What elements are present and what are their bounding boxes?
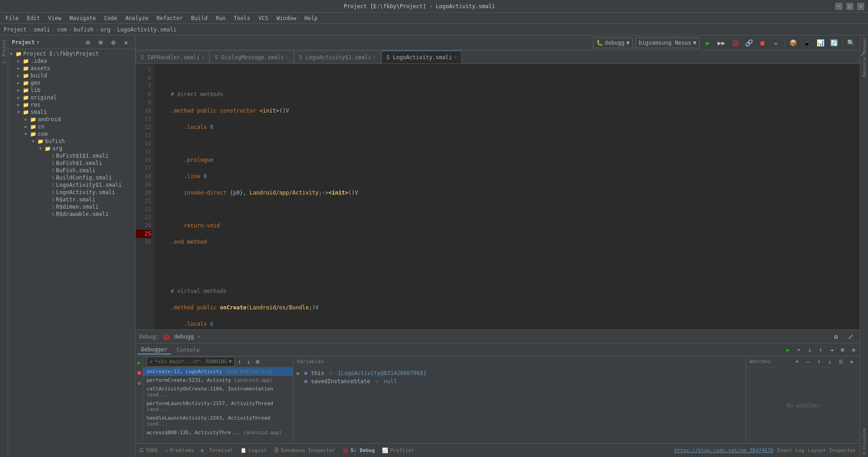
tree-item-bufish1[interactable]: S BuFish$1.smali (8, 159, 135, 167)
tab-logoactivity-close[interactable]: ✕ (454, 55, 457, 60)
tab-iaphandler[interactable]: S IAPHandler.smali ✕ (136, 51, 209, 63)
debug-stop-sidebar[interactable]: ■ (136, 368, 144, 377)
avd-manager-button[interactable]: 📱 (801, 37, 812, 48)
tree-item-bufish[interactable]: S BuFish.smali (8, 167, 135, 174)
collapse-all-button[interactable]: ⊟ (82, 37, 93, 48)
var-item-this[interactable]: ▶ ≡ this = {LogoActivity@831428087968} (293, 369, 746, 377)
debug-resume-sidebar[interactable]: ▶ (136, 358, 144, 367)
tab-logoactivity[interactable]: S LogoActivity.smali ✕ (381, 51, 462, 63)
z-structure-label[interactable]: Z-Structure (862, 428, 867, 455)
debug-tab-button[interactable]: 🐞 5: Debug (342, 447, 375, 453)
tree-item-original[interactable]: ▶ 📁 original (8, 94, 135, 101)
menu-navigate[interactable]: Navigate (66, 14, 100, 22)
menu-build[interactable]: Build (188, 14, 211, 22)
tab-logoactivity1[interactable]: S LogoActivity$1.smali ✕ (294, 51, 381, 63)
search-everywhere-button[interactable]: 🔍 (845, 37, 856, 48)
debug-rerun-sidebar[interactable]: ↺ (136, 378, 144, 387)
project-dropdown-arrow[interactable]: ▼ (37, 40, 40, 45)
menu-edit[interactable]: Edit (23, 14, 44, 22)
tree-item-rdimen[interactable]: S R$dimen.smali (8, 203, 135, 211)
step-into-button[interactable]: ↓ (805, 345, 814, 354)
tree-item-gen[interactable]: ▶ 📁 gen (8, 79, 135, 87)
breadcrumb-bufish[interactable]: bufish (74, 26, 93, 33)
project-sidebar-label[interactable]: 1: Project (2, 39, 6, 64)
tab-debugger[interactable]: Debugger (137, 345, 171, 354)
watches-down-button[interactable]: ↓ (825, 357, 834, 366)
menu-run[interactable]: Run (212, 14, 229, 22)
frame-item-0[interactable]: onCreate:12, LogoActivity (com.bufish.or… (143, 367, 293, 376)
logcat-button[interactable]: 📋 Logcat (240, 447, 267, 453)
frame-down-button[interactable]: ↓ (244, 357, 253, 366)
sdk-manager-button[interactable]: 📦 (787, 37, 798, 48)
debug-button[interactable]: 🐞 (730, 37, 741, 48)
problems-button[interactable]: ⚠ Problems (165, 447, 194, 453)
tab-dialogmessage-close[interactable]: ✕ (286, 55, 289, 60)
tree-item-cn[interactable]: ▶ 📁 cn (8, 123, 135, 130)
event-log-button[interactable]: Event Log (777, 447, 804, 453)
run-button[interactable]: ▶ (702, 37, 713, 48)
tree-item-build[interactable]: ▶ 📁 build (8, 72, 135, 79)
tree-item-smali[interactable]: ▼ 📁 smali (8, 108, 135, 116)
frames-list-button[interactable]: ≡ (849, 345, 858, 354)
tab-iaphandler-close[interactable]: ✕ (202, 55, 204, 60)
menu-analyze[interactable]: Analyze (122, 14, 152, 22)
run-with-coverage-button[interactable]: ▶▶ (716, 37, 727, 48)
code-content[interactable]: # direct methods .method public construc… (154, 64, 860, 329)
breadcrumb-com[interactable]: com (57, 26, 67, 33)
frame-filter-button[interactable]: ⊞ (253, 357, 262, 366)
menu-help[interactable]: Help (301, 14, 321, 22)
frames-thread-dropdown[interactable]: ✔ *<1> main*...n*: RUNNING ▼ (147, 357, 235, 367)
tree-item-bufish[interactable]: ▼ 📁 bufish (8, 138, 135, 145)
tree-item-project[interactable]: ▼ 📁 Project E:\fkby\Project (8, 50, 135, 57)
frame-item-4[interactable]: handleLaunchActivity:2243, ActivityThrea… (143, 414, 293, 428)
tab-logoactivity1-close[interactable]: ✕ (373, 55, 376, 60)
tree-item-res[interactable]: ▶ 📁 res (8, 101, 135, 108)
settings-button[interactable]: ⚙ (108, 37, 119, 48)
sync-button[interactable]: 🔄 (828, 37, 839, 48)
tree-item-android[interactable]: ▶ 📁 android (8, 116, 135, 123)
tree-item-com[interactable]: ▼ 📁 com (8, 130, 135, 138)
watches-copy-button[interactable]: ⎘ (836, 357, 845, 366)
terminal-button[interactable]: ▶_ Terminal (201, 447, 233, 453)
frame-up-button[interactable]: ↑ (235, 357, 244, 366)
evaluate-expression-button[interactable]: ⊞ (838, 345, 847, 354)
frame-item-1[interactable]: performCreate:5231, Activity (android.ap… (143, 376, 293, 385)
menu-view[interactable]: View (45, 14, 65, 22)
edit-configs-button[interactable]: ✏ (771, 37, 782, 48)
attach-debugger-button[interactable]: 🔗 (743, 37, 754, 48)
menu-file[interactable]: File (2, 14, 22, 22)
tree-item-logoactivity1[interactable]: S LogoActivity$1.smali (8, 181, 135, 189)
profiler-button[interactable]: 📈 Profiler (382, 447, 414, 453)
device-dropdown[interactable]: bigsamsung Nexus ▼ (635, 37, 700, 48)
debug-maximize-button[interactable]: ⤢ (845, 331, 856, 342)
watches-up-button[interactable]: ↑ (814, 357, 823, 366)
tab-dialogmessage[interactable]: S DialogMessage.smali ✕ (210, 51, 294, 63)
watches-remove-button[interactable]: − (803, 357, 812, 366)
breadcrumb-smali[interactable]: smali (34, 26, 50, 33)
menu-window[interactable]: Window (273, 14, 299, 22)
breadcrumb-project[interactable]: Project (4, 26, 27, 33)
hide-button[interactable]: ✕ (121, 37, 132, 48)
tree-item-assets[interactable]: ▶ 📁 assets (8, 65, 135, 72)
code-editor[interactable]: 5 6 7 8 9 10 11 12 13 14 15 16 17 18 19 … (136, 64, 860, 329)
resume-button[interactable]: ▶ (783, 345, 792, 354)
breadcrumb-org[interactable]: org (101, 26, 111, 33)
menu-refactor[interactable]: Refactor (153, 14, 187, 22)
todo-button[interactable]: ☰ TODO (139, 447, 158, 453)
tree-item-logoactivity[interactable]: S LogoActivity.smali (8, 189, 135, 196)
menu-code[interactable]: Code (101, 14, 121, 22)
layout-inspector-button[interactable]: Layout Inspector (808, 447, 856, 453)
tree-item-org[interactable]: ▼ 📁 org (8, 145, 135, 152)
stop-button[interactable]: ■ (757, 37, 768, 48)
watches-add-button[interactable]: + (792, 357, 802, 366)
notification-link[interactable]: https://blog.csdn.net/qq_38474570 (674, 447, 774, 453)
frame-item-5[interactable]: access$800:135, ActivityThre... (android… (143, 428, 293, 437)
debug-config-dropdown[interactable]: 🐛 debugg ▼ (593, 37, 633, 48)
database-inspector-button[interactable]: 🗄 Database Inspector (274, 447, 335, 453)
menu-tools[interactable]: Tools (230, 14, 254, 22)
tree-item-rdrawable[interactable]: S R$drawable.smali (8, 211, 135, 218)
watches-infinity-button[interactable]: ∞ (847, 357, 856, 366)
debug-settings-button[interactable]: ⚙ (831, 331, 842, 342)
debug-session-close[interactable]: ✕ (198, 334, 200, 339)
tree-item-lib[interactable]: ▶ 📁 lib (8, 87, 135, 94)
